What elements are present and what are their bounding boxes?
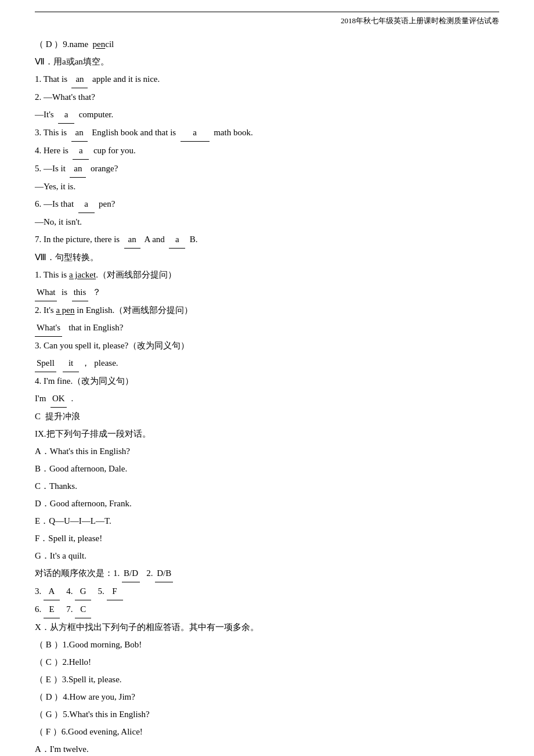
section7-header: Ⅶ．用a或an填空。 [35, 53, 499, 70]
prev-section-last: （ D ）9.name pencil [35, 35, 499, 53]
q10-1: （ B ）1.Good morning, Bob! [35, 636, 499, 653]
q7-7: 7. In the picture, there is an A and a B… [35, 231, 499, 249]
q10-4: （ D ）4.How are you, Jim? [35, 688, 499, 705]
q7-4: 4. Here is a cup for you. [35, 142, 499, 160]
q10-optA: A．I'm twelve. [35, 740, 499, 756]
q9-optA: A．What's this in English? [35, 442, 499, 460]
q10-2: （ C ）2.Hello! [35, 653, 499, 671]
header-divider [35, 12, 499, 12]
q10-6: （ F ）6.Good evening, Alice! [35, 723, 499, 740]
q7-3: 3. This is an English book and that is a… [35, 124, 499, 142]
section8-header: Ⅷ．句型转换。 [35, 249, 499, 266]
q8-2a: What's that in English? [35, 319, 499, 337]
q9-optG: G．It's a quilt. [35, 547, 499, 564]
header-title: 2018年秋七年级英语上册课时检测质量评估试卷 [341, 16, 499, 25]
q10-5: （ G ）5.What's this in English? [35, 705, 499, 723]
q9-order1: 对话的顺序依次是：1. B/D 2. D/B [35, 564, 499, 582]
page-header: 2018年秋七年级英语上册课时检测质量评估试卷 [35, 15, 499, 26]
q7-5b: —Yes, it is. [35, 178, 499, 195]
content-area: （ D ）9.name pencil Ⅶ．用a或an填空。 1. That is… [35, 35, 499, 756]
q9-order3: 6. E 7. C [35, 600, 499, 618]
section10-header: X．从方框中找出下列句子的相应答语。其中有一项多余。 [35, 618, 499, 636]
q7-6b: —No, it isn't. [35, 213, 499, 231]
q7-5: 5. —Is it an orange? [35, 160, 499, 178]
q8-4a: I'm OK . [35, 390, 499, 408]
q8-1: 1. This is a jacket.（对画线部分提问） [35, 266, 499, 283]
section9-header: IX.把下列句子排成一段对话。 [35, 425, 499, 442]
q9-optB: B．Good afternoon, Dale. [35, 460, 499, 477]
boost-label: C 提升冲浪 [35, 408, 499, 425]
q8-3: 3. Can you spell it, please?（改为同义句） [35, 337, 499, 354]
q9-optF: F．Spell it, please! [35, 530, 499, 547]
q9-optD: D．Good afternoon, Frank. [35, 495, 499, 512]
q8-1a: What is this ？ [35, 283, 499, 301]
q9-optC: C．Thanks. [35, 477, 499, 495]
q10-3: （ E ）3.Spell it, please. [35, 671, 499, 688]
q9-optE: E．Q—U—I—L—T. [35, 512, 499, 530]
q7-6: 6. —Is that a pen? [35, 195, 499, 213]
q8-2: 2. It's a pen in English.（对画线部分提问） [35, 301, 499, 319]
q8-4: 4. I'm fine.（改为同义句） [35, 372, 499, 390]
page-container: 2018年秋七年级英语上册课时检测质量评估试卷 （ D ）9.name penc… [0, 0, 534, 756]
q7-2b: —It's a computer. [35, 106, 499, 124]
q7-1: 1. That is an apple and it is nice. [35, 70, 499, 88]
q8-3a: Spell it ， please. [35, 354, 499, 372]
q7-2: 2. —What's that? [35, 88, 499, 106]
q9-order2: 3. A 4. G 5. F [35, 582, 499, 600]
